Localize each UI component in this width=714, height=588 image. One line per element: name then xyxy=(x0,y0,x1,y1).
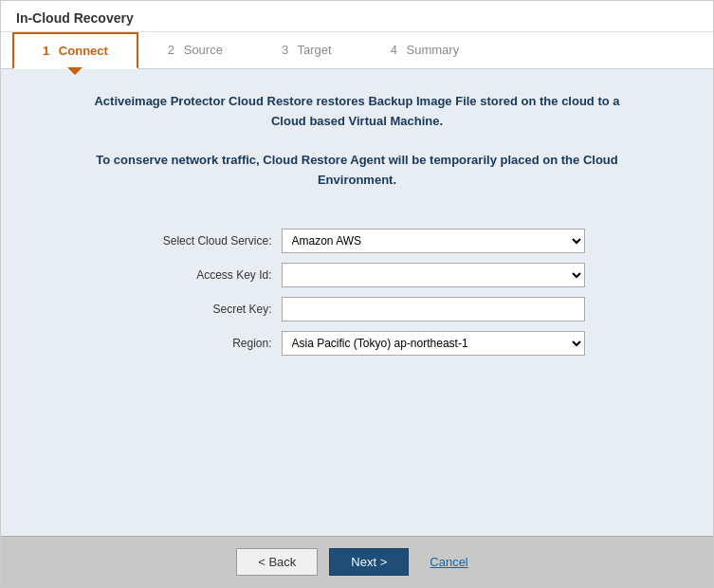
title-bar: In-Cloud Recovery xyxy=(1,1,713,32)
access-key-select[interactable] xyxy=(282,263,585,287)
region-row: Region: Asia Pacific (Tokyo) ap-northeas… xyxy=(130,331,585,356)
next-button[interactable]: Next > xyxy=(329,548,409,576)
tab-target[interactable]: 3 Target xyxy=(252,32,361,69)
cancel-button[interactable]: Cancel xyxy=(420,549,477,575)
form-area: Select Cloud Service: Amazon AWS Access … xyxy=(29,229,685,365)
tab-summary-label: Summary xyxy=(407,43,460,57)
access-key-control xyxy=(282,263,585,287)
tab-connect[interactable]: 1 Connect xyxy=(12,32,138,69)
access-key-row: Access Key Id: xyxy=(130,263,585,287)
cloud-service-row: Select Cloud Service: Amazon AWS xyxy=(130,229,585,253)
region-label: Region: xyxy=(130,337,282,350)
cloud-service-control: Amazon AWS xyxy=(282,229,585,253)
tab-arrow xyxy=(67,67,82,75)
region-select[interactable]: Asia Pacific (Tokyo) ap-northeast-1 xyxy=(282,331,585,356)
tab-source-num: 2 xyxy=(168,43,174,57)
secret-key-row: Secret Key: xyxy=(130,297,585,322)
tab-source[interactable]: 2 Source xyxy=(138,32,252,69)
content-area: Activeimage Protector Cloud Restore rest… xyxy=(1,69,713,536)
tab-summary-num: 4 xyxy=(391,43,397,57)
back-button[interactable]: < Back xyxy=(236,548,318,576)
cloud-service-label: Select Cloud Service: xyxy=(130,234,282,248)
desc-line3: To conserve network traffic, Cloud Resto… xyxy=(29,151,685,171)
secret-key-label: Secret Key: xyxy=(130,303,282,316)
secret-key-control xyxy=(282,297,585,322)
secret-key-input[interactable] xyxy=(282,297,585,322)
tab-connect-label: Connect xyxy=(59,44,108,58)
desc-line2: Cloud based Virtual Machine. xyxy=(29,112,685,132)
cloud-service-select[interactable]: Amazon AWS xyxy=(282,229,585,253)
tab-bar: 1 Connect 2 Source 3 Target 4 Summary xyxy=(1,32,713,69)
access-key-label: Access Key Id: xyxy=(130,268,282,282)
tab-source-label: Source xyxy=(184,43,223,57)
description: Activeimage Protector Cloud Restore rest… xyxy=(29,92,685,191)
tab-summary[interactable]: 4 Summary xyxy=(361,32,488,69)
desc-line1: Activeimage Protector Cloud Restore rest… xyxy=(29,92,685,112)
tab-target-label: Target xyxy=(298,43,332,57)
region-control: Asia Pacific (Tokyo) ap-northeast-1 xyxy=(282,331,585,356)
tab-target-num: 3 xyxy=(282,43,288,57)
tab-connect-num: 1 xyxy=(43,44,49,58)
dialog: In-Cloud Recovery 1 Connect 2 Source 3 T… xyxy=(0,0,714,588)
desc-line4: Environment. xyxy=(29,171,685,191)
footer: < Back Next > Cancel xyxy=(1,536,713,587)
dialog-title: In-Cloud Recovery xyxy=(16,10,134,26)
